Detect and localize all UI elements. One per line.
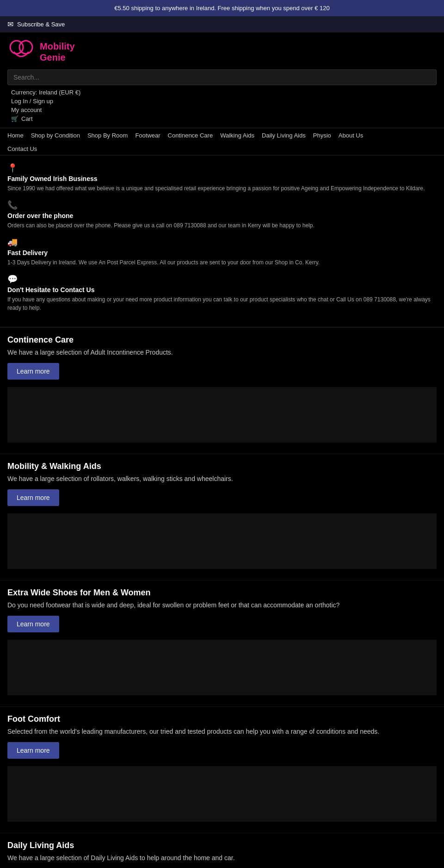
contact-link[interactable]: Contact Us — [7, 145, 37, 152]
cat-mobility-img — [7, 513, 437, 569]
header-links: Currency: Ireland (EUR €) Log In / Sign … — [7, 89, 437, 122]
top-banner: €5.50 shipping to anywhere in Ireland. F… — [0, 0, 444, 16]
info-phone-text: Orders can also be placed over the phone… — [7, 221, 437, 230]
phone-icon: 📞 — [7, 200, 437, 210]
info-block-phone: 📞 Order over the phone Orders can also b… — [7, 200, 437, 230]
nav-item[interactable]: Shop By Room — [87, 132, 128, 139]
learn-more-shoes-btn[interactable]: Learn more — [7, 616, 59, 632]
cart-label: Cart — [21, 115, 33, 122]
cat-shoes-desc: Do you need footwear that is wide and de… — [7, 600, 437, 610]
cat-foot-desc: Selected from the world's leading manufa… — [7, 727, 437, 737]
svg-point-1 — [19, 41, 32, 54]
logo-area[interactable]: Mobility Genie — [7, 38, 437, 66]
logo-icon — [7, 38, 35, 66]
cart-row[interactable]: 🛒 Cart — [11, 115, 437, 122]
cat-continence-desc: We have a large selection of Adult Incon… — [7, 348, 437, 357]
envelope-icon: ✉ — [7, 20, 13, 29]
login-link[interactable]: Log In / Sign up — [11, 98, 437, 105]
subscribe-bar[interactable]: ✉ Subscribe & Save — [0, 16, 444, 32]
contact-link-bar[interactable]: Contact Us — [0, 143, 444, 155]
top-banner-text: €5.50 shipping to anywhere in Ireland. F… — [114, 5, 329, 12]
main-nav: HomeShop by ConditionShop By RoomFootwea… — [0, 128, 444, 143]
header: Mobility Genie Currency: Ireland (EUR €)… — [0, 32, 444, 128]
logo-text: Mobility Genie — [40, 41, 75, 63]
currency-selector[interactable]: Currency: Ireland (EUR €) — [11, 89, 437, 96]
nav-item[interactable]: Continence Care — [168, 132, 213, 139]
my-account-link[interactable]: My account — [11, 106, 437, 113]
cat-shoes-title: Extra Wide Shoes for Men & Women — [7, 588, 437, 598]
info-hesitate-text: If you have any questions about making o… — [7, 295, 437, 312]
nav-item[interactable]: Footwear — [135, 132, 160, 139]
info-section: 📍 Family Owned Irish Business Since 1990… — [0, 156, 444, 327]
info-family-text: Since 1990 we had offered what we believ… — [7, 184, 437, 193]
nav-item[interactable]: Shop by Condition — [31, 132, 80, 139]
learn-more-foot-btn[interactable]: Learn more — [7, 742, 59, 759]
category-daily-living: Daily Living Aids We have a large select… — [0, 833, 444, 868]
learn-more-mobility-btn[interactable]: Learn more — [7, 489, 59, 506]
cat-foot-img — [7, 766, 437, 822]
nav-item[interactable]: Physio — [313, 132, 331, 139]
search-input[interactable] — [7, 69, 437, 85]
cat-continence-title: Continence Care — [7, 335, 437, 345]
cart-icon: 🛒 — [11, 115, 18, 122]
subscribe-label: Subscribe & Save — [17, 21, 65, 28]
cat-mobility-desc: We have a large selection of rollators, … — [7, 474, 437, 484]
info-family-title: Family Owned Irish Business — [7, 175, 437, 182]
nav-item[interactable]: Daily Living Aids — [262, 132, 306, 139]
delivery-icon: 🚚 — [7, 237, 437, 247]
nav-item[interactable]: About Us — [339, 132, 363, 139]
cat-foot-title: Foot Comfort — [7, 714, 437, 724]
info-phone-title: Order over the phone — [7, 212, 437, 219]
cat-daily-desc: We have a large selection of Daily Livin… — [7, 853, 437, 863]
cat-mobility-title: Mobility & Walking Aids — [7, 462, 437, 471]
cat-daily-title: Daily Living Aids — [7, 841, 437, 850]
cat-shoes-img — [7, 640, 437, 695]
category-continence-care: Continence Care We have a large selectio… — [0, 327, 444, 454]
location-icon: 📍 — [7, 163, 437, 173]
learn-more-continence-btn[interactable]: Learn more — [7, 363, 59, 380]
info-block-family: 📍 Family Owned Irish Business Since 1990… — [7, 163, 437, 193]
category-mobility-walking: Mobility & Walking Aids We have a large … — [0, 454, 444, 580]
cat-continence-img — [7, 387, 437, 443]
category-extra-wide-shoes: Extra Wide Shoes for Men & Women Do you … — [0, 580, 444, 706]
info-block-delivery: 🚚 Fast Delivery 1-3 Days Delivery in Ire… — [7, 237, 437, 267]
category-foot-comfort: Foot Comfort Selected from the world's l… — [0, 706, 444, 833]
info-hesitate-title: Don't Hesitate to Contact Us — [7, 286, 437, 293]
info-delivery-title: Fast Delivery — [7, 249, 437, 256]
info-delivery-text: 1-3 Days Delivery in Ireland. We use An … — [7, 258, 437, 267]
info-block-hesitate: 💬 Don't Hesitate to Contact Us If you ha… — [7, 274, 437, 312]
nav-item[interactable]: Home — [7, 132, 24, 139]
chat-icon: 💬 — [7, 274, 437, 284]
nav-item[interactable]: Walking Aids — [220, 132, 254, 139]
